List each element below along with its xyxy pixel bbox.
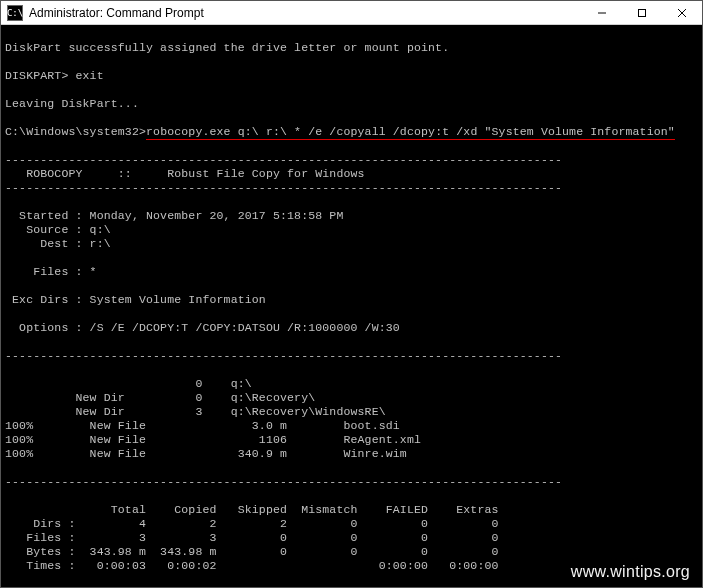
output-line: DiskPart successfully assigned the drive… (5, 41, 449, 54)
output-line: 100% New File 340.9 m Winre.wim (5, 447, 407, 460)
output-line: 100% New File 3.0 m boot.sdi (5, 419, 400, 432)
prompt: C:\Windows\system32> (5, 125, 146, 138)
output-line: ----------------------------------------… (5, 153, 562, 166)
output-line: Files : 3 3 0 0 0 0 (5, 531, 499, 544)
maximize-icon (637, 8, 647, 18)
watermark: www.wintips.org (571, 563, 690, 581)
output-line: New Dir 0 q:\Recovery\ (5, 391, 315, 404)
maximize-button[interactable] (622, 1, 662, 25)
output-line: 100% New File 1106 ReAgent.xml (5, 433, 421, 446)
output-line: Dirs : 4 2 2 0 0 0 (5, 517, 499, 530)
output-line: ----------------------------------------… (5, 181, 562, 194)
titlebar[interactable]: C:\ Administrator: Command Prompt (1, 1, 702, 25)
output-line: Files : * (5, 265, 97, 278)
cmd-icon: C:\ (7, 5, 23, 21)
window-controls (582, 1, 702, 25)
prompt: DISKPART> (5, 69, 76, 82)
command: exit (76, 69, 104, 82)
output-line: Exc Dirs : System Volume Information (5, 293, 266, 306)
terminal-output[interactable]: DiskPart successfully assigned the drive… (1, 25, 702, 588)
output-line: 0 q:\ (5, 377, 252, 390)
output-line: New Dir 3 q:\Recovery\WindowsRE\ (5, 405, 386, 418)
output-line: Total Copied Skipped Mismatch FAILED Ext… (5, 503, 499, 516)
minimize-button[interactable] (582, 1, 622, 25)
output-line: Times : 0:00:03 0:00:02 0:00:00 0:00:00 (5, 559, 499, 572)
command-highlighted: robocopy.exe q:\ r:\ * /e /copyall /dcop… (146, 125, 675, 140)
svg-rect-1 (639, 9, 646, 16)
output-line: Dest : r:\ (5, 237, 111, 250)
output-line: ----------------------------------------… (5, 349, 562, 362)
output-line: Source : q:\ (5, 223, 111, 236)
output-line: Leaving DiskPart... (5, 97, 139, 110)
output-line: Bytes : 343.98 m 343.98 m 0 0 0 0 (5, 545, 499, 558)
output-line: Started : Monday, November 20, 2017 5:18… (5, 209, 343, 222)
output-line: Options : /S /E /DCOPY:T /COPY:DATSOU /R… (5, 321, 400, 334)
output-line: ROBOCOPY :: Robust File Copy for Windows (5, 167, 365, 180)
close-button[interactable] (662, 1, 702, 25)
close-icon (677, 8, 687, 18)
minimize-icon (597, 8, 607, 18)
output-line: ----------------------------------------… (5, 475, 562, 488)
window-title: Administrator: Command Prompt (29, 6, 582, 20)
